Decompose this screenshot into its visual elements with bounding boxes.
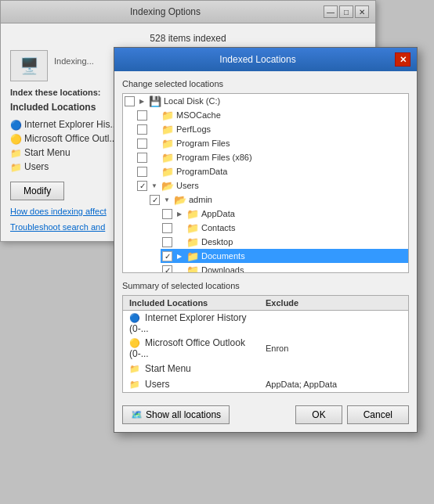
tree-row[interactable]: 📁 Program Files (x86) [136,150,408,164]
maximize-button[interactable]: □ [339,5,353,18]
tree-checkbox[interactable]: ✓ [137,181,147,191]
tree-container[interactable]: ▶ 💾 Local Disk (C:) 📁 MSOCache 📁 PerfLog… [122,93,409,273]
summary-col-included: Included Locations [129,298,266,308]
tree-checkbox[interactable] [162,209,172,219]
tree-row[interactable]: ▶ 📁 AppData [161,207,408,221]
minimize-button[interactable]: — [324,5,338,18]
modify-button[interactable]: Modify [10,182,64,200]
expand-arrow [150,167,159,176]
tree-row[interactable]: ▶ 💾 Local Disk (C:) [123,94,408,108]
tree-row[interactable]: ✓ ▼ 📂 Users [136,178,408,193]
summary-label: Summary of selected locations [122,281,409,290]
expand-arrow [175,265,184,273]
hdd-icon: 💾 [149,95,161,106]
tree-row[interactable]: ✓ 📁 Downloads [161,263,408,273]
expand-arrow [150,153,159,162]
expand-arrow[interactable]: ▶ [175,209,184,218]
summary-exclude: Enron [266,344,402,353]
show-all-label: Show all locations [146,409,221,420]
expand-arrow[interactable]: ▼ [150,181,159,190]
tree-row[interactable]: 📁 Contacts [161,221,408,235]
folder-icon: 📁 [186,208,199,219]
indexed-locations-body: Change selected locations ▶ 💾 Local Disk… [114,71,417,432]
tree-row[interactable]: 📁 Desktop [161,235,408,249]
ie-icon-sm: 🔵 [129,313,140,322]
summary-name: 🔵 Internet Explorer History (0-... [129,312,266,334]
tree-row[interactable]: 📁 ProgramData [136,164,408,178]
summary-col-exclude: Exclude [266,298,402,308]
cancel-button[interactable]: Cancel [347,405,409,424]
summary-row[interactable]: 🟡 Microsoft Office Outlook (0-... Enron [123,336,408,361]
folder-icon: 📁 [161,138,174,149]
expand-arrow [175,223,184,232]
tree-checkbox[interactable]: ✓ [162,251,172,261]
tree-checkbox[interactable]: ✓ [162,265,172,274]
tree-checkbox[interactable] [137,167,147,177]
tree-row[interactable]: 📁 MSOCache [136,108,408,122]
summary-name: 📁 Users [129,379,266,390]
location-icon: 🗺️ [131,409,143,420]
tree-checkbox[interactable] [137,110,147,121]
indexed-locations-titlebar: Indexed Locations ✕ [114,48,417,71]
folder-icon: 📁 [186,222,199,233]
folder-icon-sm3: 📁 [129,380,140,389]
folder-icon: 📁 [161,110,174,121]
indexed-locations-title: Indexed Locations [121,54,395,65]
dialog-footer: 🗺️ Show all locations OK Cancel [122,401,409,424]
office-icon-sm: 🟡 [129,338,140,347]
computer-icon: 🖥️ [10,50,48,81]
location-name: Start Menu [24,147,71,158]
tree-label: Documents [201,251,245,261]
tree-checkbox[interactable] [162,223,172,233]
tree-checkbox[interactable] [137,139,147,149]
summary-section: Included Locations Exclude 🔵 Internet Ex… [122,295,409,393]
expand-arrow[interactable]: ▼ [162,195,172,204]
location-name: Microsoft Office Outl... [24,133,117,144]
tree-checkbox[interactable] [162,237,172,247]
folder-icon: 📁 [161,152,174,163]
summary-exclude: AppData; AppData [266,380,402,389]
tree-label: Downloads [201,265,244,273]
change-locations-label: Change selected locations [122,79,409,88]
tree-row-selected[interactable]: ✓ ▶ 📁 Documents [161,249,408,263]
tree-label: PerfLogs [176,124,211,134]
summary-row[interactable]: 📁 Start Menu [123,361,408,376]
tree-checkbox[interactable]: ✓ [150,195,160,205]
tree-checkbox[interactable] [125,96,135,106]
folder-icon: 📁 [186,236,199,247]
tree-checkbox[interactable] [137,153,147,163]
items-indexed: 528 items indexed [10,33,366,44]
summary-name: 🟡 Microsoft Office Outlook (0-... [129,337,266,359]
indexed-locations-window: Indexed Locations ✕ Change selected loca… [114,47,418,433]
location-name: Users [24,161,49,172]
tree-label: admin [189,195,212,204]
tree-row[interactable]: 📁 PerfLogs [136,122,408,136]
summary-row[interactable]: 🔵 Internet Explorer History (0-... [123,311,408,336]
tree-row[interactable]: ✓ ▼ 📂 admin [148,193,408,207]
tree-label: MSOCache [176,110,221,120]
tree-label: ProgramData [176,167,227,176]
expand-arrow[interactable]: ▶ [137,96,146,106]
expand-arrow [175,237,184,247]
tree-label: Program Files (x86) [176,153,252,162]
indexing-options-titlebar: Indexing Options — □ ✕ [1,1,375,23]
close-button-indexing[interactable]: ✕ [355,5,369,18]
expand-arrow[interactable]: ▶ [175,251,184,261]
location-name: Internet Explorer His... [24,119,118,130]
tree-label: Program Files [176,139,230,148]
tree-checkbox[interactable] [137,124,147,135]
tree-label: Local Disk (C:) [164,96,220,106]
show-all-button[interactable]: 🗺️ Show all locations [122,405,230,424]
office-icon: 🟡 [10,134,21,143]
folder-icon: 📁 [186,265,199,273]
tree-row[interactable]: 📁 Program Files [136,136,408,150]
close-button-indexed[interactable]: ✕ [395,52,410,67]
expand-arrow [150,139,159,148]
folder-open-icon: 📂 [174,194,186,205]
ok-button[interactable]: OK [295,405,342,424]
folder-icon-sm: 📁 [10,162,21,171]
tree-label: Desktop [201,237,233,247]
tree-label: AppData [201,209,235,218]
summary-row[interactable]: 📁 Users AppData; AppData [123,376,408,392]
summary-name: 📁 Start Menu [129,363,266,374]
